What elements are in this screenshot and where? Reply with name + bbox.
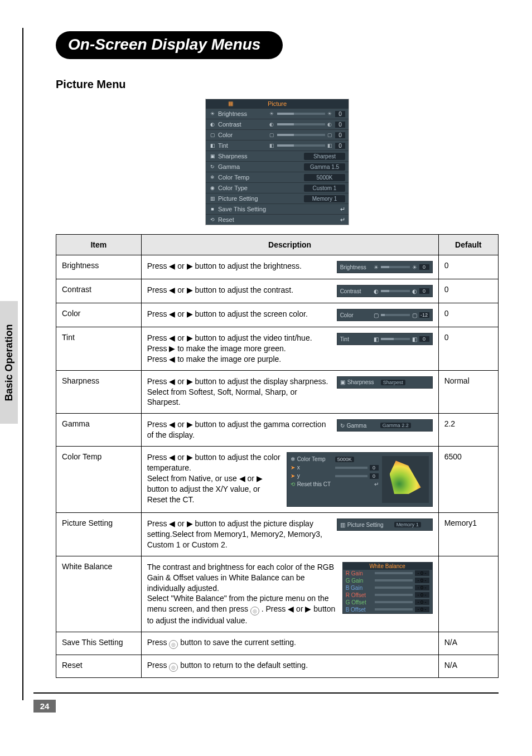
wb-row: B Offset- 0 - <box>343 606 432 613</box>
osd-row: ▥Picture SettingMemory 1 <box>206 193 349 203</box>
row-icon: ⟲ <box>209 217 216 222</box>
row-icon: ◉ <box>209 185 216 191</box>
ok-button-icon: ◎ <box>169 663 178 672</box>
white-balance-osd: White Balance R Gain- 0 -G Gain- 0 -B Ga… <box>342 562 433 614</box>
osd-row: ⟲Reset↵ <box>206 214 349 225</box>
wb-text: The contrast and brightness for each col… <box>147 562 337 626</box>
color-mini-osd: Color ▢ ▢ -12 <box>337 309 433 321</box>
row-icon: ◐ <box>209 122 216 127</box>
row-label: Sharpness <box>218 153 267 159</box>
page-title: On-Screen Display Menus <box>56 31 283 59</box>
table-row: Color Press ◀ or ▶ button to adjust the … <box>56 303 499 327</box>
color-icon: ▢ <box>412 312 417 318</box>
osd-row: ◐Contrast◐◐0 <box>206 119 349 129</box>
row-icon: ❄ <box>209 175 216 180</box>
contrast-icon: ◐ <box>412 288 417 294</box>
enter-icon: ↵ <box>374 481 379 487</box>
item-brightness: Brightness <box>56 255 142 279</box>
tint-icon: ◧ <box>374 336 379 342</box>
reset-icon: ⟲ <box>291 481 295 487</box>
setting-icon: ▥ <box>340 522 345 528</box>
color-icon: ▢ <box>374 312 379 318</box>
wb-row: R Gain- 0 - <box>343 570 432 577</box>
table-row: Contrast Press ◀ or ▶ button to adjust t… <box>56 279 499 303</box>
tint-icon: ◧ <box>412 336 417 342</box>
arrow-icon: ➤ <box>291 473 295 479</box>
table-row: Color Temp Press ◀ or ▶ button to adjust… <box>56 447 499 513</box>
row-label: Brightness <box>218 110 267 117</box>
contrast-icon: ◐ <box>374 288 379 294</box>
row-label: Picture Setting <box>218 195 267 202</box>
row-icon: ↻ <box>209 164 216 169</box>
tint-mini-osd: Tint ◧ ◧ 0 <box>337 333 433 345</box>
wb-row: R Offset- 0 - <box>343 592 432 599</box>
row-label: Gamma <box>218 163 267 170</box>
side-tab-label: Basic Operation <box>3 324 15 401</box>
row-label: Color Type <box>218 185 267 191</box>
osd-row: ◧Tint◧◧0 <box>206 140 349 151</box>
row-label: Color Temp <box>218 174 267 181</box>
sun-icon: ☀ <box>374 264 379 270</box>
enter-icon: ↵ <box>340 216 345 224</box>
gamma-icon: ↻ <box>340 423 345 429</box>
table-row: Save This Setting Press ◎ button to save… <box>56 632 499 655</box>
picture-icon: ▦ <box>228 100 233 106</box>
col-item: Item <box>56 235 142 255</box>
footer-rule <box>33 692 499 694</box>
row-icon: ▣ <box>209 153 216 159</box>
osd-row: ▣SharpnessSharpest <box>206 151 349 161</box>
row-label: Contrast <box>218 121 267 128</box>
osd-row: ↻GammaGamma 1.5 <box>206 161 349 172</box>
wb-row: G Gain- 0 - <box>343 577 432 584</box>
ok-button-icon: ◎ <box>169 640 178 649</box>
col-desc: Description <box>141 235 438 255</box>
table-row: Brightness Press ◀ or ▶ button to adjust… <box>56 255 499 279</box>
osd-row: ☀Brightness☀☀0 <box>206 108 349 119</box>
row-icon: ◧ <box>209 143 216 148</box>
osd-titlebar: ▦ Picture <box>206 99 349 108</box>
side-rule <box>22 28 23 700</box>
table-row: Picture Setting Press ◀ or ▶ button to a… <box>56 513 499 556</box>
row-label: Color <box>218 132 267 138</box>
wb-row: G Offset- 0 - <box>343 599 432 606</box>
table-row: Reset Press ◎ button to return to the de… <box>56 655 499 678</box>
osd-row: ▢Color▢▢0 <box>206 129 349 140</box>
row-label: Save This Setting <box>218 206 267 212</box>
osd-panel: ▦ Picture ☀Brightness☀☀0◐Contrast◐◐0▢Col… <box>205 99 349 225</box>
desc-contrast: Press ◀ or ▶ button to adjust the contra… <box>141 279 438 303</box>
osd-row: ■Save This Setting↵ <box>206 203 349 214</box>
wb-row: B Gain- 0 - <box>343 584 432 592</box>
picset-mini-osd: ▥ Picture Setting Memory 1 <box>337 518 433 531</box>
contrast-mini-osd: Contrast ◐ ◐ 0 <box>337 285 433 297</box>
table-row: Tint Press ◀ or ▶ button to adjust the v… <box>56 327 499 371</box>
row-label: Tint <box>218 142 267 149</box>
spec-table: Item Description Default Brightness Pres… <box>56 234 499 678</box>
page-number: 24 <box>33 700 56 713</box>
temp-icon: ❄ <box>291 456 295 462</box>
section-title: Picture Menu <box>56 78 499 91</box>
color-temp-osd: ❄ Color Temp 5000K ➤ x 0 <box>287 452 433 507</box>
def-brightness: 0 <box>438 255 498 279</box>
item-contrast: Contrast <box>56 279 142 303</box>
row-icon: ■ <box>209 206 216 212</box>
row-icon: ▥ <box>209 196 216 201</box>
row-icon: ☀ <box>209 111 216 117</box>
osd-row: ❄Color Temp5000K <box>206 172 349 182</box>
ok-button-icon: ◎ <box>250 607 259 616</box>
side-tab: Basic Operation <box>0 301 18 424</box>
sharpness-mini-osd: ▣ Sharpness Sharpest <box>337 376 433 389</box>
arrow-icon: ➤ <box>291 464 295 471</box>
osd-title: Picture <box>268 100 287 107</box>
osd-row: ◉Color TypeCustom 1 <box>206 182 349 193</box>
table-row: White Balance The contrast and brightnes… <box>56 556 499 632</box>
gamma-mini-osd: ↻ Gamma Gamma 2.2 <box>337 419 433 432</box>
table-row: Sharpness Press ◀ or ▶ button to adjust … <box>56 370 499 414</box>
enter-icon: ↵ <box>340 206 345 213</box>
row-label: Reset <box>218 216 267 223</box>
brightness-text: Press ◀ or ▶ button to adjust the bright… <box>147 261 331 272</box>
sun-icon: ☀ <box>412 264 417 270</box>
row-icon: ▢ <box>209 132 216 138</box>
desc-brightness: Press ◀ or ▶ button to adjust the bright… <box>141 255 438 279</box>
cie-chart <box>382 456 429 503</box>
col-def: Default <box>438 235 498 255</box>
